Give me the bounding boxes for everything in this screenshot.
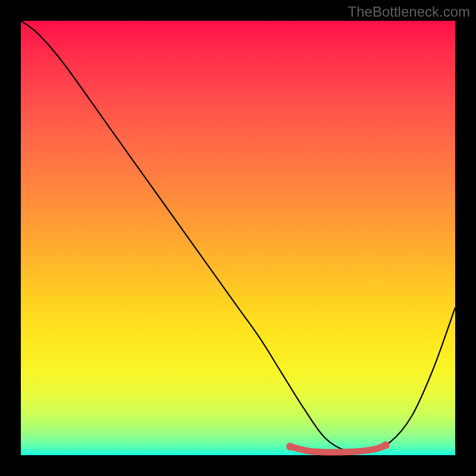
highlight-dot	[322, 449, 328, 455]
highlight-dot	[286, 443, 294, 450]
watermark-text: TheBottleneck.com	[348, 4, 470, 20]
curve-svg	[21, 21, 455, 455]
bottleneck-curve-path	[21, 21, 455, 452]
highlight-stroke	[290, 445, 386, 452]
highlight-dot	[340, 449, 345, 455]
highlight-dot	[305, 448, 310, 453]
highlight-dot	[357, 449, 362, 454]
highlight-dot	[382, 441, 390, 449]
plot-area	[21, 21, 455, 455]
chart-container: TheBottleneck.com	[0, 0, 476, 476]
highlight-dot	[374, 446, 380, 452]
